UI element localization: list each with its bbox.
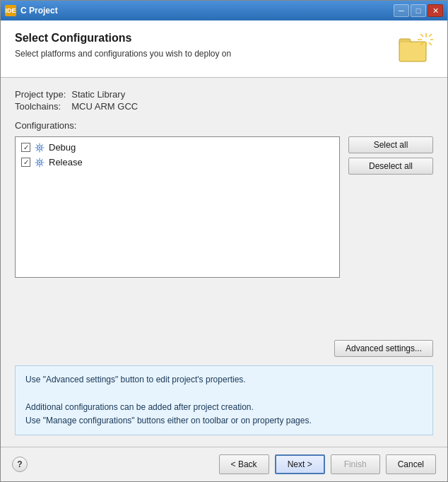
configurations-label: Configurations:: [15, 120, 433, 131]
help-button[interactable]: ?: [12, 457, 28, 472]
svg-line-8: [429, 42, 432, 45]
project-type-value: Static Library: [71, 89, 433, 100]
info-line1: Use "Advanced settings" button to edit p…: [25, 373, 423, 387]
toolchains-value: MCU ARM GCC: [71, 101, 433, 112]
info-line3: Use "Manage configurations" buttons eith…: [25, 414, 423, 428]
svg-rect-2: [400, 42, 425, 61]
config-buttons: Select all Deselect all: [348, 136, 433, 336]
debug-checkbox[interactable]: [21, 143, 30, 152]
advanced-btn-row: Advanced settings...: [15, 340, 433, 357]
next-button[interactable]: Next >: [275, 454, 325, 474]
title-bar-icon: IDE: [5, 5, 16, 16]
config-item-release[interactable]: Release: [18, 155, 336, 170]
header-text: Select Configurations Select platforms a…: [15, 32, 391, 59]
close-button[interactable]: ✕: [428, 4, 443, 17]
maximize-button[interactable]: □: [411, 4, 426, 17]
svg-line-7: [420, 34, 423, 37]
header-section: Select Configurations Select platforms a…: [1, 20, 447, 78]
info-line2: Additional configurations can be added a…: [25, 401, 423, 414]
svg-point-14: [39, 161, 40, 163]
footer: ? < Back Next > Finish Cancel: [1, 447, 447, 481]
toolchains-label: Toolchains:: [15, 101, 66, 112]
title-bar-buttons: ─ □ ✕: [394, 4, 443, 17]
select-all-button[interactable]: Select all: [348, 136, 433, 153]
release-gear-icon: [35, 158, 45, 167]
debug-gear-icon: [35, 143, 45, 153]
back-button[interactable]: < Back: [219, 454, 269, 474]
main-window: IDE C Project ─ □ ✕ Select Configuration…: [0, 0, 448, 482]
svg-line-9: [429, 34, 432, 37]
deselect-all-button[interactable]: Deselect all: [348, 158, 433, 175]
title-bar-text: C Project: [20, 6, 394, 16]
minimize-button[interactable]: ─: [394, 4, 409, 17]
config-area: Debug Release Select all: [15, 136, 433, 336]
finish-button[interactable]: Finish: [331, 454, 380, 474]
header-subtitle: Select platforms and configurations you …: [15, 49, 391, 59]
cancel-button[interactable]: Cancel: [386, 454, 436, 474]
config-item-debug[interactable]: Debug: [18, 140, 336, 155]
release-checkbox[interactable]: [21, 158, 30, 167]
debug-label: Debug: [49, 142, 76, 153]
header-icon: [398, 32, 433, 67]
project-info: Project type: Static Library Toolchains:…: [15, 89, 433, 112]
config-list[interactable]: Debug Release: [15, 136, 340, 278]
header-title: Select Configurations: [15, 32, 391, 45]
release-label: Release: [49, 157, 83, 167]
advanced-settings-button[interactable]: Advanced settings...: [334, 340, 433, 357]
footer-buttons: < Back Next > Finish Cancel: [219, 454, 436, 474]
project-type-label: Project type:: [15, 89, 66, 100]
footer-left: ?: [12, 457, 28, 472]
title-bar: IDE C Project ─ □ ✕: [1, 1, 447, 20]
svg-point-12: [39, 146, 40, 148]
info-box: Use "Advanced settings" button to edit p…: [15, 365, 433, 435]
dialog-content: Select Configurations Select platforms a…: [1, 20, 447, 481]
main-section: Project type: Static Library Toolchains:…: [1, 78, 447, 447]
